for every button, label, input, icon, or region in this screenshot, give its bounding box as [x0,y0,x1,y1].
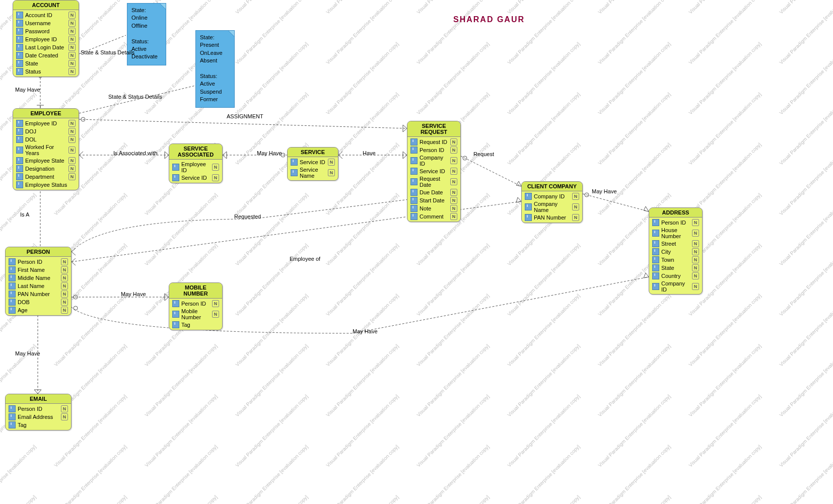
nullable-badge: N [68,52,76,59]
nullable-badge: N [68,68,76,75]
entity-employee[interactable]: EMPLOYEEEmployee IDNDOJNDOLNWorked For Y… [13,108,79,190]
attribute-icon [16,60,23,67]
attribute-icon [291,159,298,166]
nullable-badge: N [450,157,457,164]
attribute-row: PasswordN [15,27,77,35]
attribute-icon [410,197,418,204]
attribute-name: Age [18,307,59,313]
nullable-badge: N [212,164,219,171]
attribute-row: DOLN [15,135,77,143]
attribute-row: StatusN [15,67,77,76]
attribute-icon [652,283,659,290]
attribute-row: DOJN [15,127,77,135]
nullable-badge: N [68,165,76,172]
attribute-icon [172,311,179,318]
attribute-row: Company NameN [524,200,580,213]
attribute-row: StateN [15,59,77,67]
entity-title: SERVICE REQUEST [407,121,460,137]
attribute-row: Last Login DateN [15,43,77,51]
nullable-badge: N [450,189,457,196]
attribute-name: Start Date [420,197,448,203]
svg-point-3 [463,156,467,160]
attribute-name: Request ID [420,139,448,145]
attribute-name: Country [661,273,690,279]
attribute-name: Person ID [181,301,210,307]
attribute-icon [652,256,659,263]
attribute-name: Employee Status [25,182,76,188]
attribute-row: StateN [651,264,700,272]
entity-person[interactable]: PERSONPerson IDNFirst NameNMiddle NameNL… [5,247,72,316]
attribute-row: PAN NumberN [8,290,69,298]
nullable-badge: N [61,413,68,420]
nullable-badge: N [68,60,76,67]
attribute-icon [9,299,16,306]
attribute-row: Person IDN [8,405,69,413]
attribute-name: Company ID [420,155,448,167]
attribute-icon [410,213,418,220]
attribute-icon [652,230,659,237]
attribute-icon [9,282,16,290]
attribute-name: Employee ID [181,161,210,173]
label-state-status-2: State & Status Details [108,94,162,100]
attribute-icon [652,240,659,247]
entity-account[interactable]: ACCOUNTAccount IDNUsernameNPasswordNEmpl… [13,0,79,77]
attribute-row: Mobile NumberN [171,308,220,321]
nullable-badge: N [61,299,68,306]
nullable-badge: N [692,230,699,237]
author-label: SHARAD GAUR [453,15,525,24]
nullable-badge: N [68,147,76,154]
entity-service-associated[interactable]: SERVICE ASSOCIATEDEmployee IDNService ID… [169,143,223,183]
attribute-name: Service ID [181,175,210,181]
attribute-name: City [661,249,690,255]
nullable-badge: N [68,36,76,43]
attribute-name: Department [25,174,66,180]
attribute-icon [410,147,418,154]
attribute-row: PAN NumberN [524,213,580,222]
entity-title: MOBILE NUMBER [169,283,222,299]
attribute-icon [16,52,23,59]
entity-address[interactable]: ADDRESSPerson IDNHouse NumberNStreetNCit… [649,207,703,295]
nullable-badge: N [450,197,457,204]
attribute-icon [16,147,23,154]
attribute-icon [652,219,659,226]
attribute-name: Last Name [18,283,59,289]
attribute-icon [652,264,659,271]
entity-mobile-number[interactable]: MOBILE NUMBERPerson IDNMobile NumberNTag [169,282,223,330]
attribute-row: Person IDN [8,258,69,266]
attribute-name: State [25,60,66,66]
attribute-icon [9,421,16,428]
entity-service[interactable]: SERVICEService IDNService NameN [287,147,338,181]
attribute-icon [16,28,23,35]
attribute-row: Service IDN [409,167,458,175]
attribute-row: Start DateN [409,196,458,204]
entity-client-company[interactable]: CLIENT COMPANYCompany IDNCompany NameNPA… [521,181,583,223]
attribute-name: Street [661,241,690,247]
attribute-name: Company ID [534,193,570,199]
attribute-name: Password [25,28,66,34]
nullable-badge: N [692,219,699,226]
attribute-name: Email Address [18,414,59,420]
label-is-a: Is A [20,211,29,218]
attribute-name: Service Name [300,167,326,179]
nullable-badge: N [692,240,699,247]
attribute-name: Employee State [25,158,66,164]
entity-service-request[interactable]: SERVICE REQUESTRequest IDNPerson IDNComp… [407,121,461,222]
attribute-row: CommentN [409,212,458,221]
attribute-icon [9,307,16,314]
nullable-badge: N [68,12,76,19]
attribute-icon [410,157,418,164]
attribute-row: Account IDN [15,11,77,19]
entity-title: CLIENT COMPANY [522,182,582,191]
attribute-icon [525,203,532,210]
attribute-icon [16,136,23,143]
attribute-icon [16,12,23,19]
attribute-name: Person ID [420,147,448,153]
attribute-icon [9,274,16,281]
attribute-name: State [661,265,690,271]
entity-email[interactable]: EMAILPerson IDNEmail AddressNTag [5,394,72,430]
attribute-name: Tag [181,322,219,328]
attribute-icon [16,165,23,172]
attribute-row: Date CreatedN [15,51,77,59]
label-may-have-6: May Have [353,328,378,334]
attribute-name: DOL [25,136,66,142]
